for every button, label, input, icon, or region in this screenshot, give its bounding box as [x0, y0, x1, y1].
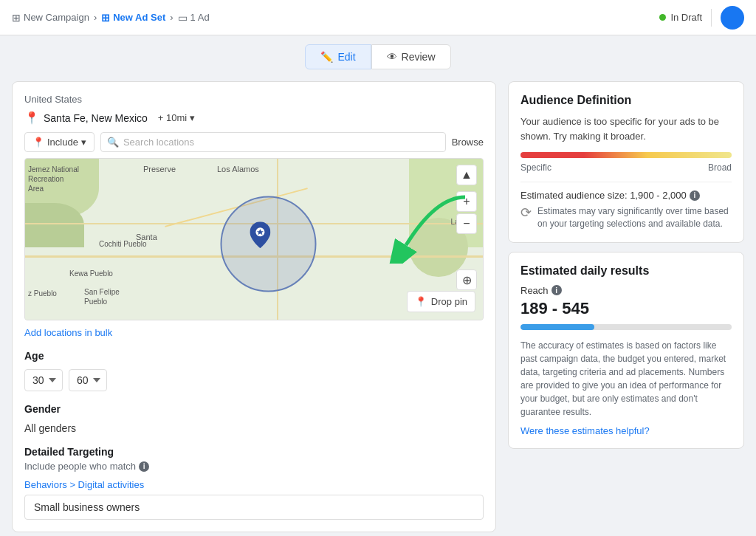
audience-info-icon[interactable]: i: [690, 190, 700, 201]
include-label: Include: [47, 137, 78, 148]
breadcrumb: ⊞ New Campaign › ⊞ New Ad Set › ▭ 1 Ad: [12, 12, 210, 24]
top-right: In Draft: [659, 6, 744, 30]
edit-tabs: ✏️ Edit 👁 Review: [0, 35, 756, 75]
map-label-losalamos: Los Alamos: [217, 165, 259, 173]
tab-edit[interactable]: ✏️ Edit: [305, 44, 371, 69]
avatar[interactable]: [721, 6, 744, 30]
edit-icon: ✏️: [320, 51, 333, 63]
breadcrumb-new-campaign[interactable]: ⊞ New Campaign: [12, 12, 89, 24]
edit-label: Edit: [337, 51, 355, 63]
search-icon: 🔍: [107, 137, 119, 148]
breadcrumb-sep-2: ›: [170, 12, 173, 23]
map-compass-control: ⊕: [456, 269, 477, 290]
map-container: Preserve Jemez NationalRecreationArea Lo…: [24, 158, 484, 320]
map-zoom-in-button[interactable]: +: [456, 191, 477, 212]
gender-value: All genders: [24, 422, 484, 434]
search-placeholder: Search locations: [123, 137, 194, 148]
estimates-text: Estimates may vary significantly over ti…: [537, 205, 732, 230]
search-locations-container: 🔍 Search locations: [100, 132, 446, 152]
ad-icon: ▭: [178, 12, 188, 24]
spectrum-bar: [520, 152, 732, 158]
divider: [711, 9, 712, 27]
daily-results-title: Estimated daily results: [520, 264, 732, 278]
detailed-targeting-label: Detailed Targeting: [24, 446, 484, 458]
pin-icon: 📍: [24, 111, 39, 125]
status-badge: In Draft: [659, 12, 702, 23]
status-dot: [659, 14, 666, 21]
map-compass-button[interactable]: ⊕: [456, 269, 477, 290]
map-terrain-2: [25, 203, 84, 247]
radius-button[interactable]: + 10mi ▾: [158, 112, 195, 123]
radius-value: + 10mi: [158, 112, 187, 123]
add-locations-link[interactable]: Add locations in bulk: [24, 327, 112, 338]
behavior-tag: Small business owners: [24, 495, 484, 520]
location-card: United States 📍 Santa Fe, New Mexico + 1…: [12, 81, 496, 532]
one-ad-label: 1 Ad: [190, 12, 210, 23]
map-label-kewa: Kewa Pueblo: [69, 269, 113, 278]
radius-chevron: ▾: [190, 112, 195, 123]
estimates-icon: ⟳: [520, 204, 532, 222]
tab-review[interactable]: 👁 Review: [371, 44, 451, 69]
right-panel: Audience Definition Your audience is too…: [508, 81, 744, 532]
include-chevron: ▾: [81, 137, 86, 148]
breadcrumb-one-ad[interactable]: ▭ 1 Ad: [178, 12, 210, 24]
new-campaign-label: New Campaign: [24, 12, 89, 23]
age-row: 30 60: [24, 369, 484, 391]
map-marker: [250, 221, 270, 253]
main-layout: United States 📍 Santa Fe, New Mexico + 1…: [0, 75, 756, 536]
audience-size: Estimated audience size: 1,900 - 2,000 i: [520, 190, 732, 201]
audience-definition-card: Audience Definition Your audience is too…: [508, 81, 744, 243]
campaign-icon: ⊞: [12, 12, 21, 24]
map-up-button[interactable]: ▲: [456, 165, 477, 185]
left-panel: United States 📍 Santa Fe, New Mexico + 1…: [12, 81, 496, 532]
reach-text: Reach: [520, 285, 549, 296]
breadcrumb-new-ad-set[interactable]: ⊞ New Ad Set: [101, 12, 165, 24]
helpful-link[interactable]: Were these estimates helpful?: [520, 425, 650, 436]
map-label-preserve: Preserve: [143, 165, 176, 173]
gender-label: Gender: [24, 403, 484, 415]
broad-label: Broad: [708, 162, 732, 173]
location-name: Santa Fe, New Mexico: [44, 112, 148, 124]
top-bar: ⊞ New Campaign › ⊞ New Ad Set › ▭ 1 Ad I…: [0, 0, 756, 35]
location-tag: 📍 Santa Fe, New Mexico + 10mi ▾: [24, 111, 484, 125]
include-match-label: Include people who match i: [24, 461, 484, 472]
drop-pin-icon: 📍: [415, 296, 427, 307]
daily-results-card: Estimated daily results Reach i 189 - 54…: [508, 252, 744, 449]
country-label: United States: [24, 94, 484, 105]
breadcrumb-sep-1: ›: [94, 12, 97, 23]
map-label-cochiti: Cochiti Pueblo: [99, 240, 146, 248]
info-icon[interactable]: i: [139, 461, 149, 472]
estimates-note: ⟳ Estimates may vary significantly over …: [520, 205, 732, 230]
include-row: 📍 Include ▾ 🔍 Search locations Browse: [24, 132, 484, 152]
reach-info-icon[interactable]: i: [551, 285, 562, 295]
review-icon: 👁: [387, 51, 397, 63]
audience-size-text: Estimated audience size: 1,900 - 2,000: [520, 190, 687, 201]
map-up-control: ▲: [456, 165, 477, 185]
map-label-sanfelipe: San FelipePueblo: [84, 287, 120, 306]
pin-small-icon: 📍: [32, 137, 44, 148]
drop-pin-button[interactable]: 📍 Drop pin: [407, 291, 475, 312]
audience-def-title: Audience Definition: [520, 94, 732, 107]
map-label-zpueblo: z Pueblo: [28, 289, 57, 298]
ad-set-icon: ⊞: [101, 12, 110, 24]
age-label: Age: [24, 350, 484, 362]
browse-button[interactable]: Browse: [452, 137, 484, 148]
reach-bar: [520, 324, 732, 330]
age-min-select[interactable]: 30: [24, 369, 63, 391]
map-label-jemez: Jemez NationalRecreationArea: [28, 165, 79, 193]
reach-label: Reach i: [520, 285, 732, 296]
map-zoom-controls: + −: [456, 191, 477, 234]
accuracy-note: The accuracy of estimates is based on fa…: [520, 339, 732, 419]
status-label: In Draft: [670, 12, 702, 23]
divider-audience: [520, 182, 732, 182]
spectrum-labels: Specific Broad: [520, 162, 732, 173]
reach-value: 189 - 545: [520, 299, 732, 318]
drop-pin-label: Drop pin: [431, 296, 467, 307]
new-ad-set-label: New Ad Set: [113, 12, 165, 23]
audience-warning: Your audience is too specific for your a…: [520, 114, 732, 143]
reach-bar-fill: [520, 324, 594, 330]
behaviors-link[interactable]: Behaviors > Digital activities: [24, 479, 484, 490]
include-button[interactable]: 📍 Include ▾: [24, 132, 94, 152]
map-zoom-out-button[interactable]: −: [456, 213, 477, 234]
age-max-select[interactable]: 60: [69, 369, 107, 391]
